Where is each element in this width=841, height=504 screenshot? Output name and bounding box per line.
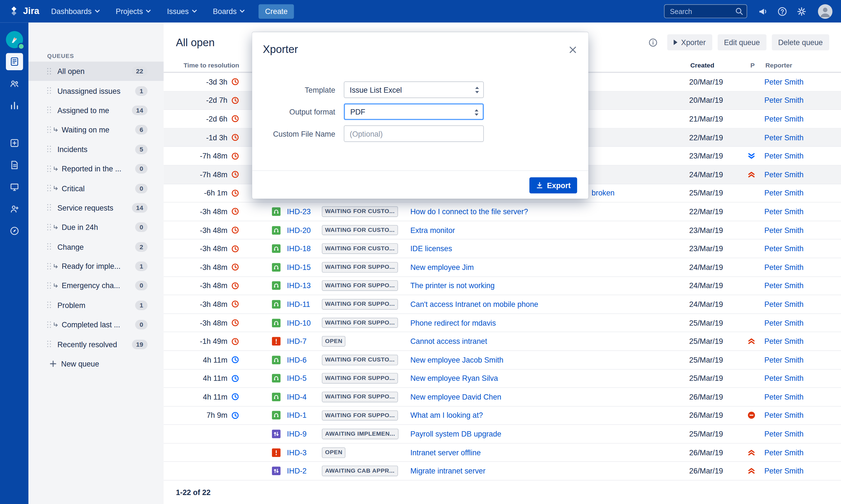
nav-menu-item[interactable]: Boards — [213, 7, 245, 16]
issue-summary-link[interactable]: What am I looking at? — [410, 411, 679, 420]
queue-item[interactable]: Due in 24h 0 — [28, 218, 164, 237]
issue-key-link[interactable]: IHD-1 — [287, 411, 318, 420]
issue-summary-link[interactable]: Extra monitor — [410, 226, 679, 235]
edit-queue-button[interactable]: Edit queue — [718, 34, 767, 50]
reporter-link[interactable]: Peter Smith — [764, 77, 803, 86]
queue-item[interactable]: Emergency cha... 0 — [28, 276, 164, 296]
customers-icon[interactable] — [5, 75, 23, 92]
col-priority[interactable]: P — [748, 61, 757, 69]
reporter-link[interactable]: Peter Smith — [764, 226, 803, 235]
drag-handle-icon[interactable] — [47, 107, 51, 114]
issue-summary-link[interactable]: Payroll system DB upgrade — [410, 430, 679, 438]
channels-icon[interactable] — [5, 178, 23, 195]
queue-item[interactable]: Service requests 14 — [28, 198, 164, 218]
queue-item[interactable]: Problem 1 — [28, 296, 164, 315]
issue-summary-link[interactable]: New employee Jim — [410, 263, 679, 272]
xporter-button[interactable]: Xporter — [667, 34, 712, 50]
table-row[interactable]: -3h 48m IHD-20 WAITING FOR CUSTO... — [164, 221, 841, 240]
drag-handle-icon[interactable] — [47, 321, 51, 328]
issue-key-link[interactable]: IHD-13 — [287, 282, 318, 290]
reporter-link[interactable]: Peter Smith — [764, 393, 803, 401]
reporter-link[interactable]: Peter Smith — [764, 337, 803, 346]
reporter-link[interactable]: Peter Smith — [764, 411, 803, 420]
drag-handle-icon[interactable] — [47, 68, 51, 75]
issue-key-link[interactable]: IHD-5 — [287, 374, 318, 383]
issue-summary-link[interactable]: New employee David Chen — [410, 393, 679, 401]
queue-item[interactable]: Waiting on me 6 — [28, 120, 164, 140]
announcement-icon[interactable] — [758, 6, 768, 16]
reporter-link[interactable]: Peter Smith — [764, 245, 803, 253]
issue-key-link[interactable]: IHD-10 — [287, 318, 318, 327]
nav-menu-item[interactable]: Projects — [116, 7, 151, 16]
drag-handle-icon[interactable] — [47, 263, 51, 270]
reports-icon[interactable] — [5, 97, 23, 114]
delete-queue-button[interactable]: Delete queue — [772, 34, 829, 50]
drag-handle-icon[interactable] — [47, 341, 51, 348]
issue-key-link[interactable]: IHD-7 — [287, 337, 318, 346]
issue-key-link[interactable]: IHD-15 — [287, 263, 318, 272]
drag-handle-icon[interactable] — [47, 204, 51, 211]
nav-menu-item[interactable]: Dashboards — [51, 7, 100, 16]
reporter-link[interactable]: Peter Smith — [764, 133, 803, 142]
drag-handle-icon[interactable] — [47, 87, 51, 94]
issue-key-link[interactable]: IHD-18 — [287, 245, 318, 253]
issue-summary-link[interactable]: Phone redirect for mdavis — [410, 318, 679, 327]
table-row[interactable]: 4h 11m IHD-5 WAITING FOR SUPPO... — [164, 369, 841, 388]
issue-key-link[interactable]: IHD-23 — [287, 207, 318, 216]
discover-icon[interactable] — [5, 222, 23, 239]
table-row[interactable]: -1h 49m IHD-7 OPEN — [164, 332, 841, 351]
export-button[interactable]: Export — [529, 177, 577, 193]
reporter-link[interactable]: Peter Smith — [764, 189, 803, 197]
reporter-link[interactable]: Peter Smith — [764, 467, 803, 475]
table-row[interactable]: IHD-3 OPEN Intranet server offline 26/Ma… — [164, 444, 841, 462]
nav-menu-item[interactable]: Issues — [167, 7, 197, 16]
table-row[interactable]: -3h 48m IHD-23 WAITING FOR CUSTO... — [164, 203, 841, 221]
issue-key-link[interactable]: IHD-9 — [287, 430, 318, 438]
queue-item[interactable]: Completed last ... 0 — [28, 315, 164, 335]
issue-key-link[interactable]: IHD-20 — [287, 226, 318, 235]
table-row[interactable]: 4h 11m IHD-6 WAITING FOR CUSTO... — [164, 351, 841, 369]
output-format-select[interactable]: PDF — [344, 103, 484, 120]
issue-key-link[interactable]: IHD-11 — [287, 300, 318, 309]
issue-key-link[interactable]: IHD-2 — [287, 467, 318, 475]
table-row[interactable]: 4h 11m IHD-4 WAITING FOR SUPPO... — [164, 388, 841, 406]
reporter-link[interactable]: Peter Smith — [764, 114, 803, 123]
drag-handle-icon[interactable] — [47, 302, 51, 309]
reporter-link[interactable]: Peter Smith — [764, 170, 803, 179]
issue-summary-link[interactable]: New employee Ryan Silva — [410, 374, 679, 383]
table-row[interactable]: 7h 9m IHD-1 WAITING FOR SUPPO... — [164, 407, 841, 425]
issue-summary-link[interactable]: How do I connect to the file server? — [410, 207, 679, 216]
queue-item[interactable]: Unassigned issues 1 — [28, 81, 164, 101]
issue-summary-link[interactable]: New employee Jacob Smith — [410, 356, 679, 364]
invite-people-icon[interactable] — [5, 200, 23, 218]
table-row[interactable]: -3h 48m IHD-15 WAITING FOR SUPPO... — [164, 258, 841, 277]
reporter-link[interactable]: Peter Smith — [764, 318, 803, 327]
template-select[interactable]: Issue List Excel — [344, 82, 484, 98]
queue-item[interactable]: Assigned to me 14 — [28, 101, 164, 120]
project-avatar[interactable] — [5, 31, 23, 48]
new-queue-button[interactable]: New queue — [28, 354, 164, 373]
issue-key-link[interactable]: IHD-6 — [287, 356, 318, 364]
col-created[interactable]: Created — [690, 61, 733, 69]
queue-item[interactable]: Incidents 5 — [28, 140, 164, 159]
col-time-to-resolution[interactable]: Time to resolution — [176, 61, 239, 69]
queue-item[interactable]: Recently resolved 19 — [28, 335, 164, 354]
queue-item[interactable]: All open 22 — [28, 61, 164, 81]
reporter-link[interactable]: Peter Smith — [764, 300, 803, 309]
info-icon[interactable] — [648, 38, 658, 47]
drag-handle-icon[interactable] — [47, 185, 51, 192]
queue-item[interactable]: Critical 0 — [28, 179, 164, 198]
reporter-link[interactable]: Peter Smith — [764, 96, 803, 105]
issue-summary-link[interactable]: Intranet server offline — [410, 448, 679, 457]
drag-handle-icon[interactable] — [47, 126, 51, 133]
create-button[interactable]: Create — [259, 4, 294, 18]
reporter-link[interactable]: Peter Smith — [764, 374, 803, 383]
table-row[interactable]: IHD-9 AWAITING IMPLEMEN... Payroll syste… — [164, 425, 841, 444]
drag-handle-icon[interactable] — [47, 243, 51, 250]
issue-summary-link[interactable]: Cannot access intranet — [410, 337, 679, 346]
drag-handle-icon[interactable] — [47, 165, 51, 173]
issue-key-link[interactable]: IHD-3 — [287, 448, 318, 457]
table-row[interactable]: -3h 48m IHD-10 WAITING FOR SUPPO... — [164, 314, 841, 332]
reporter-link[interactable]: Peter Smith — [764, 448, 803, 457]
reporter-link[interactable]: Peter Smith — [764, 282, 803, 290]
